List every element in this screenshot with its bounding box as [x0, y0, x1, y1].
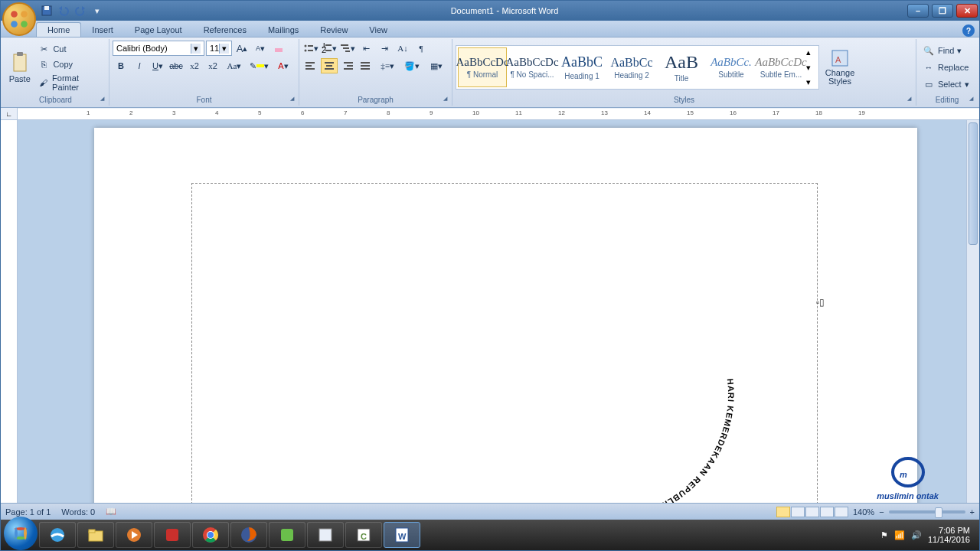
tb-app4[interactable]: C: [345, 522, 382, 548]
subscript-button[interactable]: x2: [186, 58, 203, 73]
tab-view[interactable]: View: [358, 23, 398, 37]
change-case-button[interactable]: Aa▾: [223, 58, 246, 73]
tb-ie[interactable]: [39, 522, 76, 548]
status-page[interactable]: Page: 1 of 1: [5, 507, 51, 517]
tray-network-icon[interactable]: 📶: [894, 530, 905, 540]
font-color-button[interactable]: A▾: [272, 58, 295, 73]
tray-flag-icon[interactable]: ⚑: [880, 530, 888, 540]
tb-firefox[interactable]: [230, 522, 267, 548]
tb-word[interactable]: W: [384, 522, 420, 548]
tab-insert[interactable]: Insert: [81, 23, 124, 37]
wordart-frame[interactable]: HARI KEMERDEKAAN REPUBLIK INDONESIA ▫▯: [191, 183, 818, 503]
find-button[interactable]: 🔍Find ▾: [920, 43, 972, 58]
increase-indent-button[interactable]: ⇥: [376, 41, 393, 56]
styles-gallery[interactable]: AaBbCcDc¶ Normal AaBbCcDc¶ No Spaci... A…: [456, 45, 819, 90]
shrink-font-button[interactable]: A▾: [252, 41, 269, 56]
multilevel-button[interactable]: ▾: [339, 41, 356, 56]
align-right-button[interactable]: [339, 58, 356, 73]
tab-page-layout[interactable]: Page Layout: [124, 23, 193, 37]
italic-button[interactable]: I: [131, 58, 148, 73]
change-styles-button[interactable]: A Change Styles: [821, 46, 859, 89]
resize-handle[interactable]: ▫▯: [816, 297, 825, 308]
status-words[interactable]: Words: 0: [61, 507, 95, 517]
svg-point-9: [305, 45, 307, 47]
borders-button[interactable]: ▦▾: [425, 58, 448, 73]
bold-button[interactable]: B: [113, 58, 129, 73]
style-subtitle[interactable]: AaBbCc.Subtitle: [707, 47, 756, 87]
style-heading1[interactable]: AaBbCHeading 1: [557, 47, 606, 87]
align-center-button[interactable]: [321, 58, 338, 73]
tb-app3[interactable]: [307, 522, 344, 548]
replace-button[interactable]: ↔Replace: [920, 60, 972, 75]
tab-review[interactable]: Review: [309, 23, 358, 37]
format-painter-button[interactable]: 🖌Format Painter: [35, 73, 106, 93]
title-bar: ▾ Document1 - Microsoft Word – ❐ ✕: [1, 1, 979, 21]
tray-clock[interactable]: 7:06 PM 11/14/2016: [928, 526, 970, 544]
tab-references[interactable]: References: [193, 23, 257, 37]
style-subtle-em[interactable]: AaBbCcDcSubtle Em...: [756, 47, 805, 87]
grow-font-button[interactable]: A▴: [234, 41, 250, 56]
wordart-text[interactable]: HARI KEMERDEKAAN REPUBLIK INDONESIA: [449, 237, 763, 503]
zoom-level[interactable]: 140%: [853, 507, 874, 517]
style-no-spacing[interactable]: AaBbCcDc¶ No Spaci...: [508, 47, 557, 87]
style-normal[interactable]: AaBbCcDc¶ Normal: [458, 47, 507, 87]
view-print-layout[interactable]: [776, 507, 790, 517]
sort-button[interactable]: A↓: [394, 41, 411, 56]
font-size-combo[interactable]: 11: [206, 41, 232, 56]
line-spacing-button[interactable]: ‡≡▾: [376, 58, 399, 73]
tray-volume-icon[interactable]: 🔊: [911, 530, 922, 540]
superscript-button[interactable]: x2: [204, 58, 221, 73]
qat-dropdown-icon[interactable]: ▾: [91, 5, 103, 17]
office-button[interactable]: [2, 2, 36, 36]
redo-icon[interactable]: [74, 5, 87, 17]
undo-icon[interactable]: [57, 5, 70, 17]
tb-app2[interactable]: [269, 522, 305, 548]
font-name-combo[interactable]: Calibri (Body): [113, 41, 204, 56]
tb-app1[interactable]: [154, 522, 191, 548]
zoom-slider[interactable]: [889, 510, 965, 514]
tb-explorer[interactable]: [77, 522, 114, 548]
scroll-thumb[interactable]: [969, 122, 978, 245]
view-outline[interactable]: [820, 507, 834, 517]
vertical-scrollbar[interactable]: [966, 120, 979, 503]
highlight-button[interactable]: ✎▾: [247, 58, 270, 73]
paste-button[interactable]: Paste: [5, 48, 34, 86]
bullets-button[interactable]: ▾: [302, 41, 319, 56]
view-draft[interactable]: [835, 507, 848, 517]
horizontal-ruler[interactable]: 12345678910111213141516171819: [18, 109, 979, 119]
tab-home[interactable]: Home: [36, 22, 81, 37]
minimize-button[interactable]: –: [907, 4, 929, 18]
select-button[interactable]: ▭Select ▾: [920, 77, 972, 92]
document-area[interactable]: HARI KEMERDEKAAN REPUBLIK INDONESIA ▫▯: [18, 120, 966, 503]
tb-media[interactable]: [116, 522, 152, 548]
maximize-button[interactable]: ❐: [932, 4, 953, 18]
justify-button[interactable]: [358, 58, 374, 73]
zoom-out-button[interactable]: −: [879, 507, 884, 517]
strike-button[interactable]: abc: [168, 58, 185, 73]
tab-selector[interactable]: ∟: [1, 108, 18, 120]
show-marks-button[interactable]: ¶: [413, 41, 430, 56]
cut-button[interactable]: ✂Cut: [35, 42, 106, 56]
svg-rect-19: [345, 51, 350, 52]
view-web[interactable]: [805, 507, 819, 517]
clear-format-button[interactable]: [270, 41, 287, 56]
zoom-in-button[interactable]: +: [970, 507, 975, 517]
tab-mailings[interactable]: Mailings: [257, 23, 309, 37]
status-proof-icon[interactable]: 📖: [106, 507, 116, 517]
underline-button[interactable]: U▾: [149, 58, 166, 73]
close-button[interactable]: ✕: [956, 4, 978, 18]
decrease-indent-button[interactable]: ⇤: [358, 41, 374, 56]
help-icon[interactable]: ?: [962, 24, 975, 37]
style-heading2[interactable]: AaBbCcHeading 2: [607, 47, 656, 87]
numbering-button[interactable]: 12▾: [321, 41, 338, 56]
gallery-scroll[interactable]: ▴▾▾: [806, 47, 817, 87]
vertical-ruler[interactable]: [1, 120, 18, 503]
view-full-screen[interactable]: [791, 507, 805, 517]
tb-chrome[interactable]: [192, 522, 229, 548]
align-left-button[interactable]: [302, 58, 319, 73]
style-title[interactable]: AaBTitle: [657, 47, 706, 87]
save-icon[interactable]: [41, 5, 53, 17]
start-button[interactable]: [4, 517, 38, 550]
shading-button[interactable]: 🪣▾: [400, 58, 423, 73]
copy-button[interactable]: ⎘Copy: [35, 57, 106, 71]
